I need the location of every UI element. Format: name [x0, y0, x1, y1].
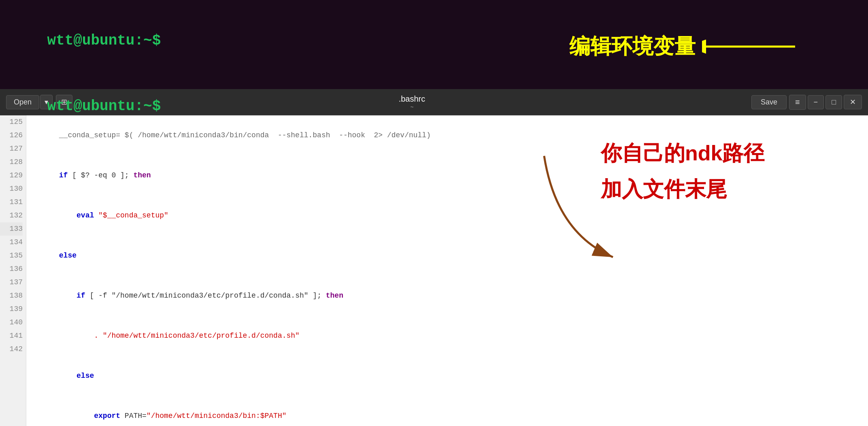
line-num-136: 136 — [0, 262, 23, 276]
line-num-132: 132 — [0, 209, 23, 222]
prompt-1: wtt@ubuntu:~$ — [47, 32, 161, 49]
annotation-arrow-svg — [702, 36, 807, 57]
indent-127 — [59, 211, 77, 219]
terminal-section: wtt@ubuntu:~$ wtt@ubuntu:~$ wtt@ubuntu:~… — [0, 0, 868, 89]
indent-130 — [59, 332, 94, 340]
line-num-135: 135 — [0, 249, 23, 262]
code-line-128: else — [33, 236, 868, 276]
kw-if-126: if — [59, 171, 68, 179]
line-num-137: 137 — [0, 276, 23, 289]
code-line-129: if [ -f "/home/wtt/miniconda3/etc/profil… — [33, 276, 868, 316]
line-num-140: 140 — [0, 316, 23, 329]
indent-129 — [59, 292, 77, 300]
str-130: . "/home/wtt/miniconda3/etc/profile.d/co… — [94, 332, 300, 340]
line-numbers: 125 126 127 128 129 130 131 132 133 134 … — [0, 115, 26, 426]
str-127: "$__conda_setup" — [94, 211, 168, 219]
line-num-127: 127 — [0, 142, 23, 155]
line-num-138: 138 — [0, 289, 23, 302]
kw-else-131: else — [77, 372, 94, 380]
code-125-text: __conda_setup= $( /home/wtt/miniconda3/b… — [59, 131, 431, 139]
line-num-139: 139 — [0, 302, 23, 316]
indent-131 — [59, 372, 77, 380]
line-num-130: 130 — [0, 182, 23, 196]
editor-area: 125 126 127 128 129 130 131 132 133 134 … — [0, 115, 868, 426]
indent-132 — [59, 412, 94, 420]
line-num-128: 128 — [0, 155, 23, 169]
line-num-133: 133 — [0, 222, 23, 236]
line-num-142: 142 — [0, 343, 23, 356]
line-num-131: 131 — [0, 196, 23, 209]
line-num-129: 129 — [0, 169, 23, 182]
str-132: "/home/wtt/miniconda3/bin:$PATH" — [147, 412, 287, 420]
line-num-134: 134 — [0, 236, 23, 249]
code-line-131: else — [33, 356, 868, 396]
kw-export-132: export — [94, 412, 120, 420]
line-num-141: 141 — [0, 329, 23, 343]
kw-if-129: if — [77, 292, 85, 300]
ndk-annotation-arrow — [524, 152, 645, 265]
code-132-mid: PATH= — [120, 412, 147, 420]
annotation-label: 编辑环境变量 — [569, 32, 696, 61]
code-line-130: . "/home/wtt/miniconda3/etc/profile.d/co… — [33, 316, 868, 356]
code-129-mid: [ -f "/home/wtt/miniconda3/etc/profile.d… — [85, 292, 326, 300]
prompt-2: wtt@ubuntu:~$ — [47, 98, 161, 115]
annotation-container: 你自己的ndk路径 加入文件末尾 — [601, 140, 844, 204]
kw-then-129: then — [326, 292, 343, 300]
line-num-126: 126 — [0, 129, 23, 142]
code-line-132: export PATH="/home/wtt/miniconda3/bin:$P… — [33, 396, 868, 426]
kw-else-128: else — [59, 251, 77, 260]
kw-eval-127: eval — [77, 211, 94, 219]
line-num-125: 125 — [0, 115, 23, 129]
kw-then-126: then — [133, 171, 151, 179]
code-126-mid: [ $? -eq 0 ]; — [68, 171, 133, 179]
